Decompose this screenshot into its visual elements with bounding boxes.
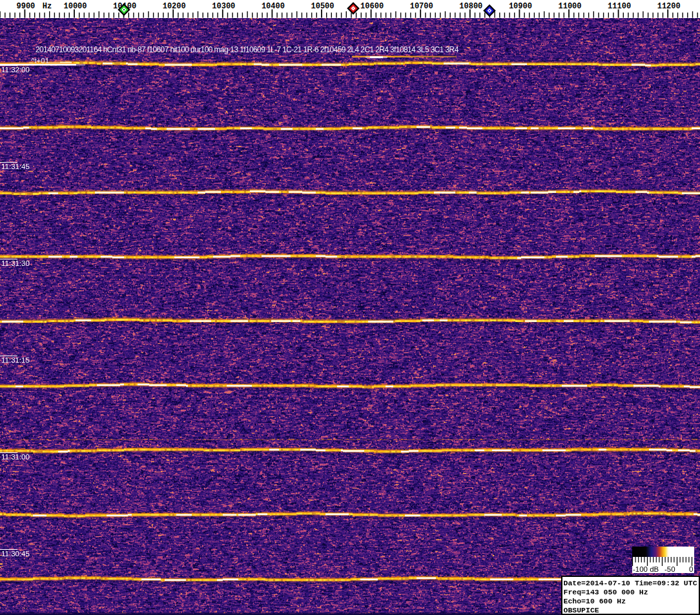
- svg-text:10700: 10700: [410, 2, 433, 11]
- svg-text:10000: 10000: [63, 2, 87, 11]
- svg-text:10600: 10600: [360, 2, 384, 11]
- svg-text:10900: 10900: [509, 2, 532, 11]
- svg-text:11000: 11000: [558, 2, 581, 11]
- svg-text:11100: 11100: [608, 2, 631, 11]
- svg-text:10400: 10400: [262, 2, 285, 11]
- svg-text:10500: 10500: [311, 2, 334, 11]
- svg-text:Hz: Hz: [43, 2, 52, 11]
- svg-text:10300: 10300: [212, 2, 235, 11]
- svg-text:10800: 10800: [459, 2, 482, 11]
- svg-text:9900: 9900: [16, 2, 35, 11]
- svg-text:10200: 10200: [163, 2, 186, 11]
- svg-text:11200: 11200: [657, 2, 681, 11]
